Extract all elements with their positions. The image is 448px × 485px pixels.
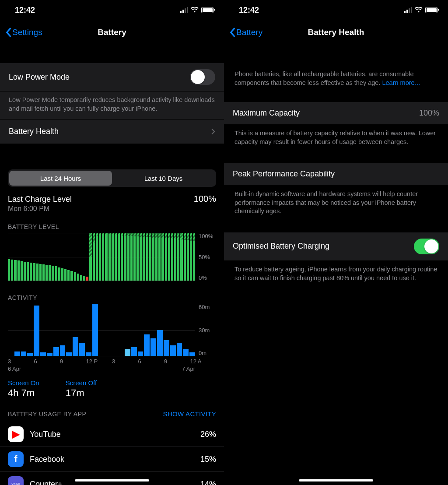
intro-text: Phone batteries, like all rechargeable b… <box>224 66 448 93</box>
cellular-icon <box>404 7 412 13</box>
chevron-left-icon <box>5 28 11 37</box>
battery-health-label: Battery Health <box>9 127 59 136</box>
home-indicator[interactable] <box>75 479 149 481</box>
optimised-charging-desc: To reduce battery ageing, iPhone learns … <box>224 261 448 288</box>
battery-level-chart: ⚡︎ 100% 50% 0% <box>8 233 216 281</box>
clock: 12:42 <box>15 6 35 15</box>
home-indicator[interactable] <box>299 479 373 481</box>
app-name: YouTube <box>30 430 194 439</box>
app-row-youtube[interactable]: ▶ YouTube 26% <box>0 422 224 446</box>
battery-health-cell[interactable]: Battery Health <box>0 119 224 144</box>
screen-on-value: 4h 7m <box>8 387 39 399</box>
youtube-icon: ▶ <box>8 426 24 442</box>
app-pct: 26% <box>200 430 216 439</box>
status-bar: 12:42 <box>0 0 224 20</box>
screen-off-value: 17m <box>66 387 97 399</box>
tab-last-24h[interactable]: Last 24 Hours <box>9 171 112 186</box>
low-power-mode-cell: Low Power Mode <box>0 63 224 91</box>
counter-icon: 2468 <box>8 476 24 485</box>
app-pct: 15% <box>200 455 216 464</box>
optimised-charging-label: Optimised Battery Charging <box>233 242 329 251</box>
chevron-left-icon <box>229 28 235 37</box>
max-capacity-cell: Maximum Capacity 100% <box>224 102 448 125</box>
low-power-mode-label: Low Power Mode <box>9 73 70 82</box>
battery-level-header: BATTERY LEVEL <box>0 217 224 233</box>
wifi-icon <box>191 7 199 13</box>
show-activity-button[interactable]: SHOW ACTIVITY <box>163 410 216 418</box>
back-label: Settings <box>12 28 42 37</box>
usage-by-app-header: BATTERY USAGE BY APP SHOW ACTIVITY <box>0 402 224 422</box>
app-pct: 14% <box>200 480 216 485</box>
back-button[interactable]: Battery <box>229 28 262 37</box>
status-bar: 12:42 <box>224 0 448 20</box>
battery-level-bars: ⚡︎ <box>8 233 195 281</box>
battery-icon <box>425 7 438 13</box>
nav-bar: Settings Battery <box>0 20 224 45</box>
chart-xaxis-dates: 6 Apr 7 Apr <box>8 366 216 372</box>
low-power-mode-desc: Low Power Mode temporarily reduces backg… <box>0 91 224 119</box>
facebook-icon: f <box>8 451 24 467</box>
screen-on-stat: Screen On 4h 7m <box>8 379 39 399</box>
max-capacity-label: Maximum Capacity <box>233 109 300 118</box>
max-capacity-desc: This is a measure of battery capacity re… <box>224 125 448 152</box>
last-charge-value: 100% <box>194 194 216 204</box>
wifi-icon <box>415 7 423 13</box>
clock: 12:42 <box>239 6 259 15</box>
last-charge-when: Mon 6:00 PM <box>0 204 224 217</box>
back-button[interactable]: Settings <box>5 28 42 37</box>
status-icons <box>404 7 438 13</box>
nav-bar: Battery Battery Health <box>224 20 448 45</box>
battery-screen: 12:42 Settings Battery Low Power Mode Lo… <box>0 0 224 485</box>
tab-last-10d[interactable]: Last 10 Days <box>112 171 215 186</box>
optimised-charging-toggle[interactable] <box>414 239 439 254</box>
screen-off-stat: Screen Off 17m <box>66 379 97 399</box>
activity-chart: 60m 30m 0m 3 6 9 12 P 3 6 9 12 A 6 Apr 7… <box>8 304 216 372</box>
status-icons <box>180 7 214 13</box>
learn-more-link[interactable]: Learn more… <box>382 79 421 86</box>
activity-header: ACTIVITY <box>0 284 224 304</box>
usage-header-label: BATTERY USAGE BY APP <box>8 411 86 418</box>
app-row-facebook[interactable]: f Facebook 15% <box>0 446 224 471</box>
app-row-counter[interactable]: 2468 Counter+ 14% <box>0 471 224 485</box>
page-title: Battery <box>98 28 126 37</box>
last-charge-row: Last Charge Level 100% <box>0 189 224 204</box>
activity-bars <box>8 304 195 356</box>
last-charge-label: Last Charge Level <box>8 195 72 204</box>
peak-perf-desc: Built-in dynamic software and hardware s… <box>224 186 448 222</box>
peak-perf-label: Peak Performance Capability <box>233 169 335 179</box>
battery-health-screen: 12:42 Battery Battery Health Phone batte… <box>224 0 448 485</box>
optimised-charging-cell: Optimised Battery Charging <box>224 232 448 261</box>
max-capacity-value: 100% <box>419 109 439 118</box>
chevron-right-icon <box>211 128 215 135</box>
back-label: Battery <box>236 28 262 37</box>
page-title: Battery Health <box>308 28 364 37</box>
battery-level-ylabels: 100% 50% 0% <box>195 233 216 281</box>
cellular-icon <box>180 7 188 13</box>
time-range-segmented[interactable]: Last 24 Hours Last 10 Days <box>8 169 216 187</box>
app-name: Facebook <box>30 455 194 464</box>
activity-ylabels: 60m 30m 0m <box>195 304 216 356</box>
screen-on-label: Screen On <box>8 379 39 387</box>
screen-time-stats: Screen On 4h 7m Screen Off 17m <box>0 375 224 402</box>
app-usage-list: ▶ YouTube 26% f Facebook 15% 2468 Counte… <box>0 422 224 485</box>
low-power-mode-toggle[interactable] <box>190 69 215 85</box>
screen-off-label: Screen Off <box>66 379 97 387</box>
chart-xaxis-hours: 3 6 9 12 P 3 6 9 12 A <box>8 358 216 365</box>
peak-perf-cell[interactable]: Peak Performance Capability <box>224 163 448 186</box>
battery-icon <box>201 7 214 13</box>
